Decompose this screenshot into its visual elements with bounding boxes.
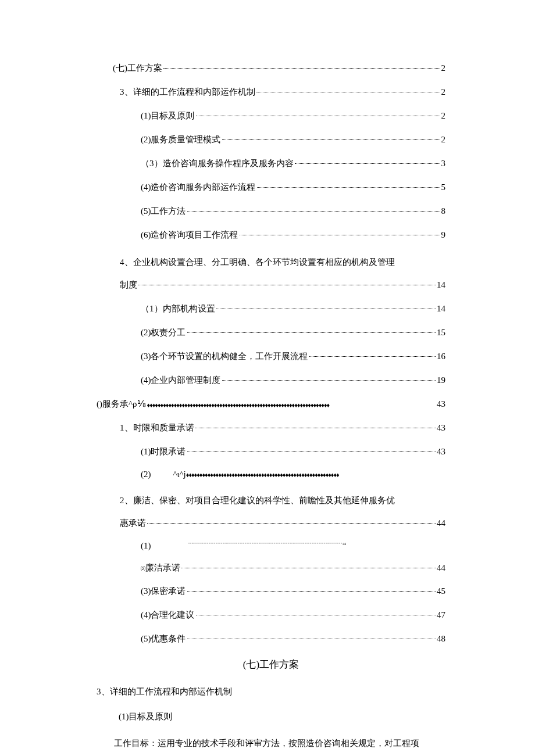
toc-leader-dots [163,63,440,69]
toc-page-number: 44 [437,517,445,529]
toc-leader-dots [309,351,436,357]
toc-page-number: 16 [437,350,445,363]
toc-page-number: 2 [441,86,446,98]
toc-label-garbled: ^ι^j [173,470,186,479]
toc-entry-garbled: ()服务承^ρ⅟₈ ♦♦♦♦♦♦♦♦♦♦♦♦♦♦♦♦♦♦♦♦♦♦♦♦♦♦♦♦♦♦… [97,398,445,410]
toc-entry: (4)合理化建议 47 [97,609,445,621]
toc-label: (4)合理化建议 [141,609,195,621]
section-heading: (七)工作方案 [97,658,445,671]
toc-leader-dots [187,446,436,453]
toc-leader-dots [138,280,436,286]
toc-label-number-subscript: ⑵ [141,565,145,572]
toc-label: （3）造价咨询服务操作程序及服务内容 [141,157,294,170]
toc-entry: (3)保密承诺 45 [97,585,445,597]
toc-leader-dots [216,303,436,310]
toc-entry: (3)各个环节设置的机构健全，工作开展流程 16 [97,350,445,363]
subsection-heading: 3、详细的工作流程和内部运作机制 [97,686,445,697]
toc-leader-dots [240,230,440,236]
toc-page-number: 5 [441,181,446,194]
toc-page-number: 45 [437,585,445,597]
toc-entry: (1)时限承诺 43 [97,446,445,458]
toc-leader-dots [222,375,436,381]
toc-entry: ⑵ 廉洁承诺 44 [97,562,445,574]
toc-label: (2)权责分工 [141,327,186,339]
toc-entry: (6)造价咨询项目工作流程 9 [97,229,445,241]
toc-label: (5)工作方法 [141,205,186,217]
toc-leader-dots [295,158,440,164]
toc-label: (6)造价咨询项目工作流程 [141,229,238,241]
toc-entry-wrapped: 4、企业机构设置合理、分工明确、各个环节均设置有相应的机构及管理 制度 14 [97,253,445,291]
toc-entry-garbled: (1) """"""""""""""""""""""""""""""""""""… [97,541,445,551]
toc-label: (3)保密承诺 [141,585,186,597]
toc-page-number: 44 [437,563,445,573]
toc-label: (3)各个环节设置的机构健全，工作开展流程 [141,350,308,363]
toc-leader-diamonds: ♦♦♦♦♦♦♦♦♦♦♦♦♦♦♦♦♦♦♦♦♦♦♦♦♦♦♦♦♦♦♦♦♦♦♦♦♦♦♦♦… [186,471,445,478]
toc-leader-diamonds: ♦♦♦♦♦♦♦♦♦♦♦♦♦♦♦♦♦♦♦♦♦♦♦♦♦♦♦♦♦♦♦♦♦♦♦♦♦♦♦♦… [147,401,436,410]
toc-label: 1、时限和质量承诺 [120,422,194,434]
toc-leader-dots [147,518,436,524]
toc-label: (5)优惠条件 [141,633,186,645]
toc-entry-continuation: 惠承诺 44 [97,517,445,529]
toc-entry: 1、时限和质量承诺 43 [97,422,445,434]
toc-entry: (4)企业内部管理制度 19 [97,374,445,386]
toc-label-number: (2) [141,470,151,479]
toc-leader-dots [257,182,440,188]
toc-page-number: 2 [441,110,446,122]
toc-entry: （1）内部机构设置 14 [97,303,445,315]
toc-leader-dots [181,562,436,569]
toc-label: （1）内部机构设置 [141,303,215,315]
toc-page-number: 14 [437,279,445,291]
paragraph-text: 工作目标：运用专业的技术手段和评审方法，按照造价咨询相关规定，对工程项 [97,736,445,750]
toc-label: 制度 [120,279,137,291]
subsubsection-heading: (1)目标及原则 [97,711,445,722]
toc-entry: (2)权责分工 15 [97,327,445,339]
toc-page-number: 47 [437,609,445,621]
toc-entry: (2)服务质量管理模式 2 [97,134,445,146]
toc-page-number: 14 [437,303,445,315]
toc-entry: (1)目标及原则 2 [97,110,445,122]
toc-page-number: 43 [437,446,445,458]
toc-page-number-tiny: 44 [343,542,346,546]
toc-entry: 3、详细的工作流程和内部运作机制 2 [97,86,445,98]
toc-entry-wrapped: 2、廉洁、保密、对项目合理化建议的科学性、前瞻性及其他延伸服务优 惠承诺 44 [97,491,445,529]
toc-entry-continuation: 制度 14 [97,279,445,291]
toc-entry: （3）造价咨询服务操作程序及服务内容 3 [97,157,445,170]
toc-leader-dots [187,586,436,592]
toc-page-number: 9 [441,229,446,241]
toc-leader-dots [256,87,440,93]
toc-label: (1)时限承诺 [141,446,186,458]
toc-label: (七)工作方案 [113,62,162,74]
toc-label: (4)造价咨询服务内部运作流程 [141,181,256,194]
toc-entry: (4)造价咨询服务内部运作流程 5 [97,181,445,194]
toc-entry: (5)优惠条件 48 [97,633,445,645]
toc-leader-dots [187,206,440,212]
toc-page-number: 2 [441,62,446,74]
toc-leader-dots [187,633,436,640]
toc-label-number: (1) [141,541,151,551]
toc-page-number: 3 [441,157,446,170]
toc-label: 廉洁承诺 [145,562,180,574]
toc-label: 惠承诺 [120,517,146,529]
toc-page-number: 43 [437,422,445,434]
toc-entry: (5)工作方法 8 [97,205,445,217]
toc-label: ()服务承^ρ⅟₈ [97,398,146,410]
toc-entry: (七)工作方案 2 [97,62,445,74]
toc-page-number: 43 [437,398,445,410]
toc-leader-tiny: """"""""""""""""""""""""""""""""""""""""… [188,542,343,546]
toc-leader-dots [187,327,436,334]
toc-leader-dots [195,422,436,429]
toc-page-number: 15 [437,327,445,339]
toc-page-number: 8 [441,205,446,217]
toc-label: 2、廉洁、保密、对项目合理化建议的科学性、前瞻性及其他延伸服务优 [97,491,445,510]
toc-leader-dots [196,610,436,616]
toc-entry-garbled: (2) ^ι^j ♦♦♦♦♦♦♦♦♦♦♦♦♦♦♦♦♦♦♦♦♦♦♦♦♦♦♦♦♦♦♦… [97,470,445,479]
toc-label: (1)目标及原则 [141,110,195,122]
toc-leader-dots [222,134,440,141]
toc-label: 4、企业机构设置合理、分工明确、各个环节均设置有相应的机构及管理 [97,253,445,272]
toc-leader-dots [196,110,440,117]
toc-page-number: 19 [437,374,445,386]
toc-page-number: 2 [441,134,446,146]
toc-label: (4)企业内部管理制度 [141,374,221,386]
toc-page-number: 48 [437,633,445,645]
document-page: (七)工作方案 2 3、详细的工作流程和内部运作机制 2 (1)目标及原则 2 … [97,62,445,750]
